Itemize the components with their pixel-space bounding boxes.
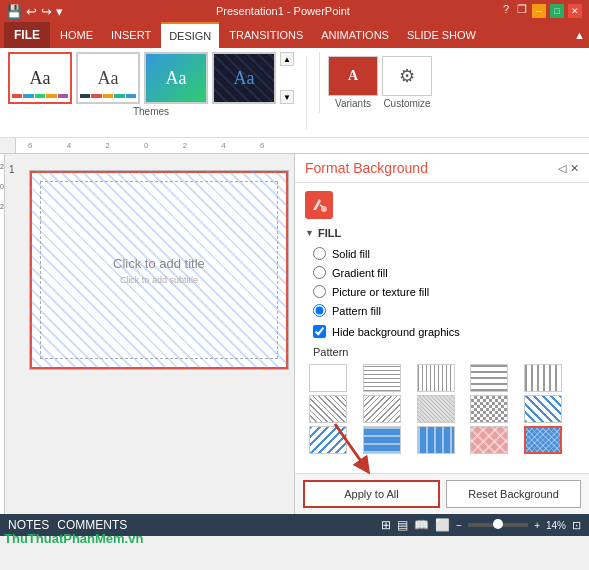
pattern-cell-9[interactable] [524,395,562,423]
ruler-area: 6 4 2 0 2 4 6 [0,138,589,154]
gradient-fill-radio[interactable] [313,266,326,279]
slide-thumbnail[interactable]: Click to add title Click to add subtitle [29,170,289,370]
view-slideshow-btn[interactable]: ⬜ [435,518,450,532]
notes-btn[interactable]: NOTES [8,518,49,532]
zoom-out-btn[interactable]: − [456,520,462,531]
view-reading-btn[interactable]: 📖 [414,518,429,532]
variants-area: A Variants ⚙ Customize [319,52,432,113]
pattern-fill-label[interactable]: Pattern fill [332,305,381,317]
animations-menu[interactable]: ANIMATIONS [313,22,397,48]
panel-icon-row [305,191,579,219]
customize-btn[interactable]: ⚙ [382,56,432,96]
slideshow-menu[interactable]: SLIDE SHOW [399,22,484,48]
solid-fill-label[interactable]: Solid fill [332,248,370,260]
theme-scroll-down[interactable]: ▼ [280,90,294,104]
help-icon[interactable]: ? [503,3,509,19]
theme-3[interactable]: Aa [144,52,208,104]
zoom-thumb [493,519,503,529]
picture-fill-label[interactable]: Picture or texture fill [332,286,429,298]
slide-add-title[interactable]: Click to add title [113,256,205,271]
theme-2[interactable]: Aa [76,52,140,104]
title-bar: 💾 ↩ ↪ ▾ Presentation1 - PowerPoint ? ❐ ─… [0,0,589,22]
pattern-cell-14[interactable] [524,426,562,454]
restore-icon[interactable]: ❐ [517,3,527,19]
theme-2-label: Aa [98,68,119,89]
theme-scroll-up[interactable]: ▲ [280,52,294,66]
slide-add-subtitle[interactable]: Click to add subtitle [120,275,198,285]
pattern-cell-2[interactable] [417,364,455,392]
home-menu[interactable]: HOME [52,22,101,48]
picture-fill-option[interactable]: Picture or texture fill [313,285,579,298]
solid-fill-radio[interactable] [313,247,326,260]
apply-bar: Apply to All Reset Background [295,473,589,514]
pattern-fill-radio[interactable] [313,304,326,317]
pattern-cell-12[interactable] [417,426,455,454]
pattern-cell-8[interactable] [470,395,508,423]
section-collapse-triangle[interactable]: ▼ [305,228,314,238]
view-slide-btn[interactable]: ▤ [397,518,408,532]
view-normal-btn[interactable]: ⊞ [381,518,391,532]
themes-label: Themes [8,106,294,117]
customize-label: Customize [383,98,430,109]
fill-section-title: FILL [318,227,341,239]
zoom-level[interactable]: 14% [546,520,566,531]
pattern-cell-7[interactable] [417,395,455,423]
pattern-cell-4[interactable] [524,364,562,392]
pattern-cell-3[interactable] [470,364,508,392]
window-title: Presentation1 - PowerPoint [63,5,503,17]
design-menu[interactable]: DESIGN [161,22,219,48]
customize-quick-access-icon[interactable]: ▾ [56,4,63,19]
status-left: NOTES COMMENTS [8,518,127,532]
insert-menu[interactable]: INSERT [103,22,159,48]
theme-3-label: Aa [166,68,187,89]
minimize-button[interactable]: ─ [531,3,547,19]
zoom-in-btn[interactable]: + [534,520,540,531]
hide-bg-option[interactable]: Hide background graphics [313,325,579,338]
file-menu[interactable]: FILE [4,22,50,48]
hide-bg-checkbox[interactable] [313,325,326,338]
comments-btn[interactable]: COMMENTS [57,518,127,532]
ribbon-collapse-btn[interactable]: ▲ [574,29,585,41]
hide-bg-label[interactable]: Hide background graphics [332,326,460,338]
window-controls[interactable]: ? ❐ ─ □ ✕ [503,3,583,19]
transitions-menu[interactable]: TRANSITIONS [221,22,311,48]
pattern-fill-option[interactable]: Pattern fill [313,304,579,317]
close-button[interactable]: ✕ [567,3,583,19]
themes-row: Aa Aa Aa [8,52,294,104]
panel-close-icons[interactable]: ◁ ✕ [558,162,579,175]
slide-container[interactable]: Click to add title Click to add subtitle [29,170,289,370]
pattern-cell-0[interactable] [309,364,347,392]
fit-page-btn[interactable]: ⊡ [572,519,581,532]
format-panel: Format Background ◁ ✕ ▼ FILL [294,154,589,514]
solid-fill-option[interactable]: Solid fill [313,247,579,260]
variants-btn[interactable]: A [328,56,378,96]
theme-scroll[interactable]: ▲ ▼ [280,52,294,104]
fill-section-header: ▼ FILL [305,227,579,239]
theme-4[interactable]: Aa [212,52,276,104]
status-right: ⊞ ▤ 📖 ⬜ − + 14% ⊡ [381,518,581,532]
slide-content-box[interactable]: Click to add title Click to add subtitle [40,181,278,359]
panel-pin-btn[interactable]: ◁ [558,162,566,175]
main-area: 2 0 2 1 Click to add title Click to add … [0,154,589,514]
redo-icon[interactable]: ↪ [41,4,52,19]
gradient-fill-option[interactable]: Gradient fill [313,266,579,279]
pattern-cell-13[interactable] [470,426,508,454]
reset-background-button[interactable]: Reset Background [446,480,581,508]
pattern-cell-1[interactable] [363,364,401,392]
maximize-button[interactable]: □ [549,3,565,19]
theme-1[interactable]: Aa [8,52,72,104]
slide-number: 1 [9,164,15,175]
quick-access-bar[interactable]: 💾 ↩ ↪ ▾ [6,4,63,19]
save-icon[interactable]: 💾 [6,4,22,19]
ruler-horizontal: 6 4 2 0 2 4 6 [16,138,589,154]
panel-close-btn[interactable]: ✕ [570,162,579,175]
picture-fill-radio[interactable] [313,285,326,298]
apply-to-all-button[interactable]: Apply to All [303,480,440,508]
fill-options: Solid fill Gradient fill Picture or text… [313,247,579,317]
ribbon: Aa Aa Aa [0,48,589,138]
zoom-slider[interactable] [468,523,528,527]
panel-title: Format Background [305,160,428,176]
undo-icon[interactable]: ↩ [26,4,37,19]
theme-1-label: Aa [30,68,51,89]
gradient-fill-label[interactable]: Gradient fill [332,267,388,279]
